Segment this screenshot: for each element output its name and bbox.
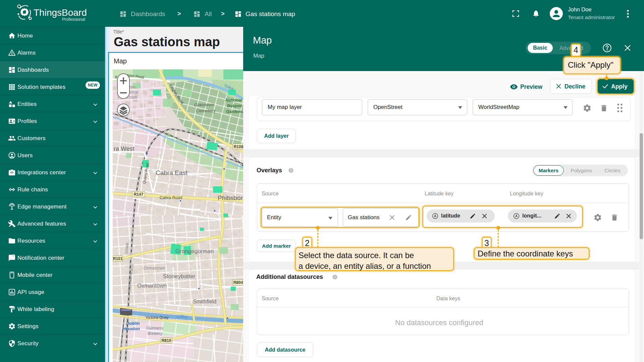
svg-text:Liffey: Liffey — [177, 314, 188, 319]
svg-text:Dublin: Dublin — [126, 321, 140, 326]
svg-text:Stoneybatter: Stoneybatter — [163, 273, 196, 280]
svg-text:Smithfield: Smithfield — [193, 299, 216, 304]
svg-text:Cemetery: Cemetery — [196, 108, 216, 113]
svg-text:Cabra East: Cabra East — [156, 169, 188, 176]
svg-text:Oxmantown: Oxmantown — [137, 283, 167, 289]
svg-text:Botanic: Botanic — [227, 104, 243, 108]
svg-text:R101: R101 — [113, 256, 123, 261]
svg-text:Grangegorman: Grangegorman — [175, 248, 214, 254]
svg-text:R147: R147 — [134, 192, 144, 197]
svg-text:blin: blin — [129, 85, 136, 89]
svg-text:R108: R108 — [234, 144, 243, 149]
svg-text:Cabra Road: Cabra Road — [160, 195, 182, 200]
svg-text:Glasnevin: Glasnevin — [194, 102, 214, 107]
svg-text:Oxmantown: Oxmantown — [144, 266, 165, 270]
svg-text:Heuston: Heuston — [122, 326, 140, 331]
svg-text:Brewery: Brewery — [148, 331, 163, 336]
svg-text:Phibsboro: Phibsboro — [218, 194, 243, 201]
svg-text:Gardens: Gardens — [226, 109, 243, 114]
svg-text:R804: R804 — [233, 280, 243, 285]
svg-text:ra West: ra West — [114, 145, 135, 152]
svg-text:Victoria Quay: Victoria Quay — [146, 315, 169, 319]
svg-text:National: National — [225, 98, 242, 103]
svg-text:R810: R810 — [162, 338, 171, 343]
svg-text:Guinness: Guinness — [146, 326, 163, 330]
